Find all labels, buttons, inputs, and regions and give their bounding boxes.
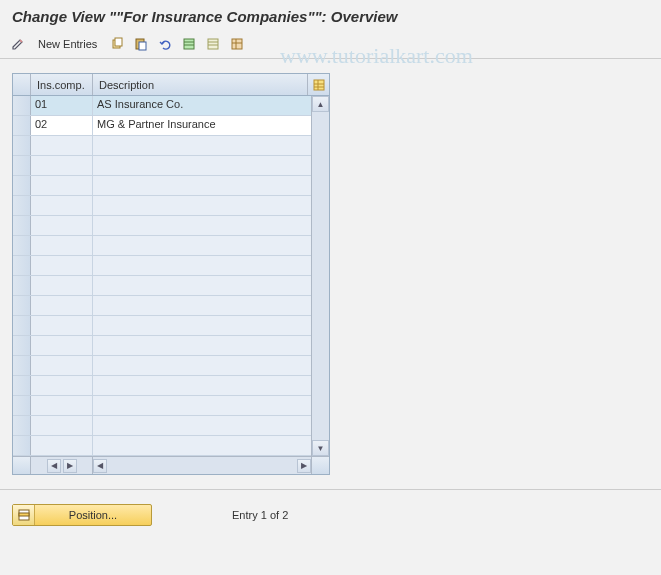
row-selector[interactable] [13, 276, 31, 295]
content-area: Ins.comp. Description 01AS Insurance Co.… [0, 59, 661, 489]
row-selector[interactable] [13, 176, 31, 195]
row-selector[interactable] [13, 336, 31, 355]
select-all-column-header[interactable] [13, 74, 31, 95]
ins-cell[interactable] [31, 296, 93, 315]
ins-cell[interactable] [31, 436, 93, 455]
ins-cell[interactable] [31, 236, 93, 255]
desc-cell[interactable] [93, 196, 311, 215]
table-row[interactable] [13, 136, 311, 156]
row-selector[interactable] [13, 196, 31, 215]
row-selector[interactable] [13, 436, 31, 455]
desc-cell[interactable] [93, 416, 311, 435]
table-row[interactable] [13, 256, 311, 276]
new-entries-button[interactable]: New Entries [32, 36, 103, 52]
copy-icon[interactable] [107, 34, 127, 54]
hsb-desc-group[interactable]: ◀ ▶ [93, 457, 311, 474]
table-row[interactable] [13, 156, 311, 176]
row-selector[interactable] [13, 116, 31, 135]
scroll-left-icon[interactable]: ◀ [93, 459, 107, 473]
desc-cell[interactable] [93, 156, 311, 175]
scrollbar-track[interactable] [312, 112, 329, 440]
desc-cell[interactable] [93, 216, 311, 235]
scroll-right-icon[interactable]: ▶ [63, 459, 77, 473]
paste-icon[interactable] [131, 34, 151, 54]
table-row[interactable] [13, 296, 311, 316]
row-selector[interactable] [13, 356, 31, 375]
table-row[interactable] [13, 356, 311, 376]
vertical-scrollbar[interactable]: ▲ ▼ [311, 96, 329, 456]
row-selector[interactable] [13, 396, 31, 415]
ins-cell[interactable] [31, 356, 93, 375]
table-row[interactable] [13, 196, 311, 216]
desc-cell[interactable] [93, 436, 311, 455]
entry-status: Entry 1 of 2 [232, 509, 288, 521]
scroll-left-icon[interactable]: ◀ [47, 459, 61, 473]
table-config-icon[interactable] [307, 74, 329, 95]
row-selector[interactable] [13, 96, 31, 115]
ins-cell[interactable] [31, 216, 93, 235]
desc-cell[interactable]: AS Insurance Co. [93, 96, 311, 115]
desc-cell[interactable] [93, 336, 311, 355]
table-row[interactable] [13, 236, 311, 256]
table-row[interactable] [13, 216, 311, 236]
row-selector[interactable] [13, 316, 31, 335]
ins-cell[interactable] [31, 416, 93, 435]
ins-cell[interactable] [31, 256, 93, 275]
table-row[interactable] [13, 416, 311, 436]
ins-cell[interactable] [31, 276, 93, 295]
svg-rect-4 [184, 39, 194, 49]
table-row[interactable] [13, 436, 311, 456]
row-selector[interactable] [13, 256, 31, 275]
desc-cell[interactable] [93, 256, 311, 275]
row-selector[interactable] [13, 296, 31, 315]
desc-cell[interactable] [93, 376, 311, 395]
row-selector[interactable] [13, 156, 31, 175]
table-row[interactable] [13, 276, 311, 296]
svg-rect-10 [232, 39, 242, 49]
table-row[interactable] [13, 376, 311, 396]
scroll-right-icon[interactable]: ▶ [297, 459, 311, 473]
ins-cell[interactable]: 02 [31, 116, 93, 135]
desc-cell[interactable] [93, 136, 311, 155]
row-selector[interactable] [13, 236, 31, 255]
desc-cell[interactable] [93, 396, 311, 415]
desc-cell[interactable]: MG & Partner Insurance [93, 116, 311, 135]
ins-cell[interactable] [31, 396, 93, 415]
row-selector[interactable] [13, 136, 31, 155]
ins-cell[interactable] [31, 176, 93, 195]
table-row[interactable] [13, 336, 311, 356]
hsb-ins-group[interactable]: ◀ ▶ [31, 457, 93, 474]
deselect-all-icon[interactable] [203, 34, 223, 54]
ins-cell[interactable] [31, 316, 93, 335]
desc-cell[interactable] [93, 356, 311, 375]
ins-cell[interactable] [31, 136, 93, 155]
desc-cell[interactable] [93, 296, 311, 315]
table-row[interactable] [13, 396, 311, 416]
position-button[interactable]: Position... [12, 504, 152, 526]
ins-cell[interactable] [31, 336, 93, 355]
table-row[interactable]: 01AS Insurance Co. [13, 96, 311, 116]
column-header-ins[interactable]: Ins.comp. [31, 74, 93, 95]
select-all-icon[interactable] [179, 34, 199, 54]
ins-cell[interactable] [31, 156, 93, 175]
desc-cell[interactable] [93, 236, 311, 255]
scrollbar-track[interactable] [109, 459, 295, 473]
desc-cell[interactable] [93, 316, 311, 335]
desc-cell[interactable] [93, 276, 311, 295]
scroll-up-icon[interactable]: ▲ [312, 96, 329, 112]
row-selector[interactable] [13, 376, 31, 395]
desc-cell[interactable] [93, 176, 311, 195]
table-settings-icon[interactable] [227, 34, 247, 54]
column-header-desc[interactable]: Description [93, 74, 307, 95]
table-row[interactable]: 02MG & Partner Insurance [13, 116, 311, 136]
table-row[interactable] [13, 316, 311, 336]
scroll-down-icon[interactable]: ▼ [312, 440, 329, 456]
row-selector[interactable] [13, 216, 31, 235]
edit-icon[interactable] [8, 34, 28, 54]
ins-cell[interactable] [31, 376, 93, 395]
ins-cell[interactable]: 01 [31, 96, 93, 115]
ins-cell[interactable] [31, 196, 93, 215]
undo-icon[interactable] [155, 34, 175, 54]
table-row[interactable] [13, 176, 311, 196]
row-selector[interactable] [13, 416, 31, 435]
